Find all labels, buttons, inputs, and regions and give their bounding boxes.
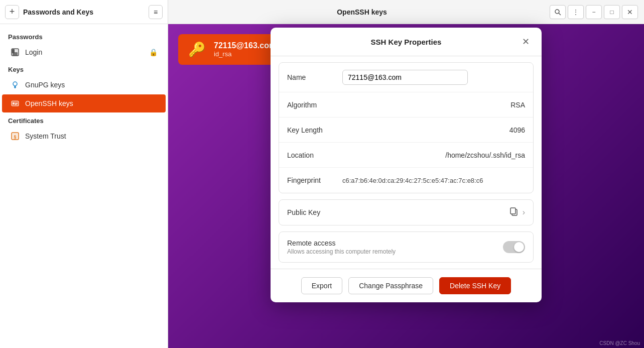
location-label: Location (287, 151, 342, 159)
fingerprint-label: Fingerprint (287, 176, 342, 184)
sidebar-item-gnupg-label: GnuPG keys (25, 81, 65, 89)
public-key-label: Public Key (287, 208, 509, 216)
dialog-title: SSH Key Properties (293, 38, 520, 46)
remote-access-row: Remote access Allows accessing this comp… (287, 239, 525, 255)
svg-rect-18 (510, 208, 516, 214)
dialog-close-button[interactable]: ✕ (520, 36, 532, 48)
sidebar-item-system-trust-label: System Trust (25, 132, 66, 140)
sidebar: Passwords Login 🔒 Keys (0, 24, 168, 348)
title-bar: + Passwords and Keys ≡ (0, 0, 168, 24)
sidebar-item-login-label: Login (25, 48, 42, 56)
app-title: Passwords and Keys (23, 8, 145, 16)
delete-ssh-key-button[interactable]: Delete SSH Key (439, 277, 511, 294)
passwords-section-label: Passwords (0, 29, 168, 43)
sidebar-item-gnupg-keys[interactable]: GnuPG keys (2, 76, 166, 94)
add-button[interactable]: + (5, 5, 19, 19)
dialog-overlay: SSH Key Properties ✕ Name Algorithm RSA (168, 0, 644, 348)
key-length-label: Key Length (287, 126, 342, 134)
ssh-key-properties-dialog: SSH Key Properties ✕ Name Algorithm RSA (271, 28, 542, 302)
dialog-fingerprint-row: Fingerprint c6:a7:b6:4e:0d:ca:29:4c:27:5… (279, 168, 533, 193)
keys-section-label: Keys (0, 62, 168, 75)
certificates-section-label: Certificates (0, 113, 168, 127)
sidebar-panel: + Passwords and Keys ≡ Passwords Login 🔒 (0, 0, 168, 348)
public-key-row[interactable]: Public Key › (279, 200, 533, 225)
svg-rect-3 (13, 52, 18, 56)
remote-access-info: Remote access Allows accessing this comp… (287, 239, 503, 255)
dialog-algorithm-row: Algorithm RSA (279, 92, 533, 118)
openssh-icon (10, 98, 20, 108)
sidebar-item-login[interactable]: Login 🔒 (2, 43, 166, 61)
key-length-value: 4096 (342, 126, 525, 134)
sidebar-item-openssh-label: OpenSSH keys (25, 99, 73, 107)
fingerprint-value: c6:a7:b6:4e:0d:ca:29:4c:27:5c:e5:47:ac:7… (342, 177, 483, 184)
remote-access-section: Remote access Allows accessing this comp… (279, 231, 534, 263)
algorithm-label: Algorithm (287, 101, 342, 109)
svg-point-4 (13, 82, 17, 86)
svg-rect-11 (15, 104, 17, 105)
login-icon (10, 47, 20, 57)
menu-button[interactable]: ≡ (149, 5, 163, 19)
dialog-body: Name Algorithm RSA Key Length 4096 (271, 62, 542, 263)
remote-access-subtitle: Allows accessing this computer remotely (287, 248, 503, 255)
dialog-name-row: Name (279, 63, 533, 92)
sidebar-item-openssh-keys[interactable]: OpenSSH keys (2, 94, 166, 112)
dialog-fields-section: Name Algorithm RSA Key Length 4096 (279, 62, 534, 193)
remote-access-toggle[interactable] (503, 241, 525, 253)
public-key-actions: › (509, 207, 525, 218)
lock-icon: 🔒 (149, 48, 158, 56)
svg-point-9 (13, 102, 15, 104)
chevron-right-icon: › (523, 208, 525, 217)
public-key-section: Public Key › (279, 199, 534, 225)
dialog-footer: Export Change Passphrase Delete SSH Key (271, 269, 542, 302)
dialog-key-length-row: Key Length 4096 (279, 118, 533, 143)
sidebar-item-system-trust[interactable]: § System Trust (2, 127, 166, 145)
name-label: Name (287, 73, 342, 81)
export-button[interactable]: Export (301, 277, 342, 294)
gnupg-icon (10, 80, 20, 90)
dialog-header: SSH Key Properties ✕ (271, 28, 542, 56)
remote-access-title: Remote access (287, 239, 503, 247)
algorithm-value: RSA (342, 101, 525, 109)
dialog-location-row: Location /home/zcshou/.ssh/id_rsa (279, 143, 533, 168)
cert-icon: § (10, 131, 20, 141)
svg-rect-10 (15, 103, 18, 104)
change-passphrase-button[interactable]: Change Passphrase (348, 277, 433, 294)
svg-text:§: § (14, 134, 16, 139)
name-input[interactable] (342, 70, 468, 85)
copy-icon[interactable] (509, 207, 519, 218)
location-value: /home/zcshou/.ssh/id_rsa (342, 151, 525, 159)
